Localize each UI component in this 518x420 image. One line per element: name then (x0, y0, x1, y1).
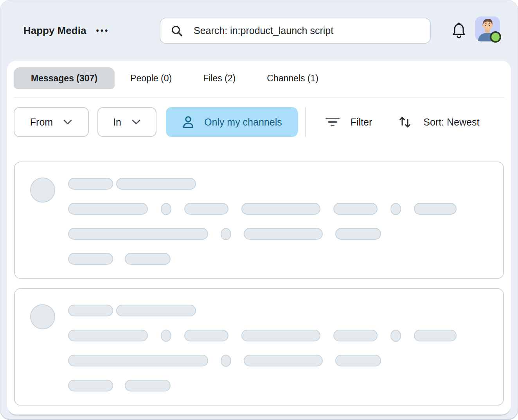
skeleton-dot (221, 355, 231, 367)
skeleton-pill (333, 203, 378, 215)
skeleton-pill (68, 380, 113, 391)
workspace-header: Happy Media ••• (23, 23, 109, 38)
skeleton-text-block (68, 178, 457, 265)
skeleton-pill (125, 380, 171, 391)
skeleton-pill (68, 228, 208, 240)
skeleton-pill (241, 330, 320, 341)
skeleton-dot (221, 228, 231, 240)
result-card-skeleton[interactable] (14, 162, 504, 279)
skeleton-row (68, 178, 457, 190)
filter-label: Filter (351, 117, 372, 128)
skeleton-pill (68, 330, 148, 341)
search-icon (171, 25, 183, 37)
skeleton-avatar (30, 304, 55, 329)
skeleton-pill (184, 330, 228, 341)
in-filter-label: In (113, 117, 121, 128)
tab-messages[interactable]: Messages (307) (14, 67, 115, 89)
skeleton-pill (333, 330, 378, 341)
sort-button[interactable]: Sort: Newest (398, 115, 479, 129)
from-filter-label: From (30, 117, 53, 128)
skeleton-pill (244, 228, 323, 240)
tab-files[interactable]: Files (2) (187, 67, 251, 89)
tab-people[interactable]: People (0) (115, 67, 187, 89)
skeleton-dot (390, 330, 401, 342)
skeleton-pill (68, 253, 113, 265)
skeleton-pill (116, 178, 196, 190)
in-filter-button[interactable]: In (97, 107, 156, 137)
filter-button[interactable]: Filter (325, 117, 372, 128)
skeleton-row (68, 330, 457, 341)
skeleton-row (68, 355, 457, 366)
skeleton-pill (68, 355, 208, 366)
skeleton-row (68, 305, 457, 316)
results-tabs: Messages (307)People (0)Files (2)Channel… (14, 67, 334, 89)
filter-lines-icon (325, 117, 340, 127)
skeleton-avatar (30, 178, 55, 203)
skeleton-row (68, 203, 457, 215)
skeleton-pill (116, 305, 196, 316)
sort-label: Sort: Newest (423, 117, 479, 128)
skeleton-pill (335, 228, 381, 240)
tab-channels[interactable]: Channels (1) (251, 67, 334, 89)
skeleton-text-block (68, 305, 457, 391)
skeleton-pill (68, 203, 148, 215)
skeleton-row (68, 228, 457, 240)
skeleton-dot (161, 203, 171, 215)
tabs-divider (14, 97, 504, 98)
skeleton-pill (68, 305, 113, 316)
filter-bar: From In Only my channels (14, 107, 479, 137)
skeleton-dot (161, 330, 171, 342)
chevron-down-icon (63, 119, 72, 125)
results-list (14, 162, 504, 406)
search-query-text: Search: in:product_launch script (194, 25, 333, 36)
search-input[interactable]: Search: in:product_launch script (160, 18, 431, 44)
notifications-bell-icon[interactable] (451, 22, 466, 40)
from-filter-button[interactable]: From (14, 107, 89, 137)
skeleton-pill (414, 203, 457, 215)
skeleton-row (68, 380, 457, 391)
skeleton-pill (125, 253, 171, 265)
user-avatar[interactable] (475, 16, 500, 41)
skeleton-pill (414, 330, 457, 341)
skeleton-pill (335, 355, 381, 366)
skeleton-pill (68, 178, 113, 190)
skeleton-dot (390, 203, 401, 215)
app-window: Happy Media ••• Search: in:product_launc… (0, 0, 518, 420)
sort-arrows-icon (398, 115, 412, 129)
workspace-menu-dots-icon[interactable]: ••• (96, 23, 109, 38)
workspace-name: Happy Media (23, 23, 86, 38)
skeleton-pill (184, 203, 228, 215)
filterbar-divider (305, 107, 306, 137)
result-card-skeleton[interactable] (14, 288, 504, 406)
chevron-down-icon (131, 119, 141, 125)
online-status-dot (490, 31, 501, 43)
only-my-channels-toggle[interactable]: Only my channels (166, 107, 298, 137)
skeleton-pill (241, 203, 320, 215)
search-results-panel: Messages (307)People (0)Files (2)Channel… (7, 61, 511, 415)
person-icon (182, 115, 195, 129)
skeleton-pill (244, 355, 323, 366)
only-my-channels-label: Only my channels (204, 117, 282, 128)
skeleton-row (68, 253, 457, 265)
